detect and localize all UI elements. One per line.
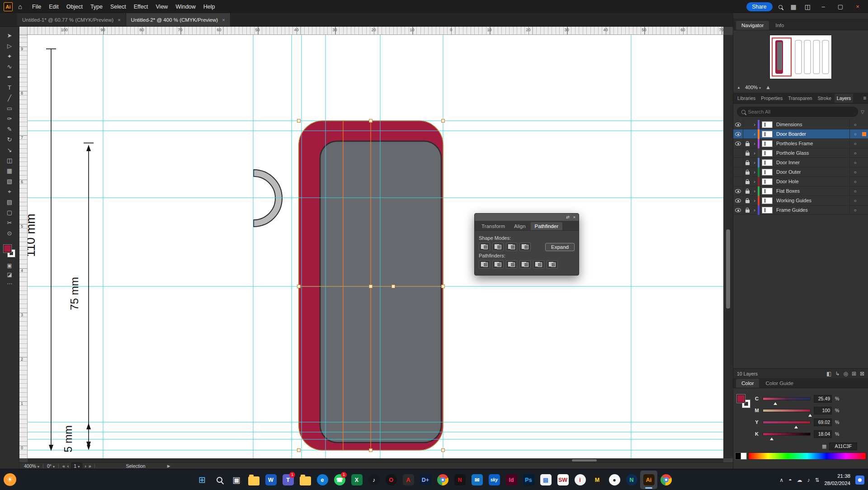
zoom-in-icon[interactable]: ▲ xyxy=(765,84,771,90)
dimension-lines[interactable] xyxy=(46,49,94,451)
menu-item[interactable]: View xyxy=(156,4,168,10)
channel-value[interactable]: 69.02 xyxy=(814,419,832,426)
close-panel-icon[interactable]: × xyxy=(573,215,576,219)
layer-name[interactable]: Door Hole xyxy=(776,179,849,184)
home-icon[interactable]: ⌂ xyxy=(16,3,24,10)
expand-layer-arrow[interactable]: › xyxy=(751,207,758,213)
illustrator-logo[interactable]: Ai xyxy=(4,2,13,11)
vertical-scrollbar[interactable] xyxy=(723,35,733,458)
horizontal-ruler[interactable]: 100908070605040302010010203040506070 xyxy=(28,27,723,35)
edge[interactable]: e xyxy=(314,471,331,489)
arrange-documents-icon[interactable]: ▦ xyxy=(788,3,799,10)
scrollbar-thumb[interactable] xyxy=(572,459,597,461)
layer-row[interactable]: › Flat Boxes ○ xyxy=(733,186,868,196)
new-layer-icon[interactable]: ⊞ xyxy=(852,371,856,377)
fill-swatch[interactable] xyxy=(4,245,11,252)
merge-button[interactable] xyxy=(506,260,517,269)
gradient-tool[interactable]: ▧ xyxy=(3,176,16,186)
mesh-tool[interactable]: ▦ xyxy=(3,166,16,176)
chrome[interactable] xyxy=(434,471,451,489)
search-icon[interactable] xyxy=(776,3,785,10)
channel-value[interactable]: 100 xyxy=(814,407,832,414)
start-button[interactable]: ⊞ xyxy=(193,471,211,489)
layer-name[interactable]: Door Boarder xyxy=(776,131,849,137)
chrome-secondary[interactable] xyxy=(657,471,675,489)
layer-thumbnail[interactable] xyxy=(762,197,773,204)
expand-layer-arrow[interactable]: › xyxy=(751,122,758,127)
layer-thumbnail[interactable] xyxy=(762,188,773,195)
channel-value[interactable]: 18.04 xyxy=(814,430,832,438)
search-input[interactable] xyxy=(748,109,854,114)
lock-toggle[interactable] xyxy=(743,129,751,138)
layer-thumbnail[interactable] xyxy=(762,178,773,185)
excel[interactable]: X xyxy=(348,471,365,489)
panel-menu-icon[interactable]: ≡ xyxy=(863,95,866,101)
menu-item[interactable]: Select xyxy=(110,4,126,10)
filter-icon[interactable]: ▽ xyxy=(861,109,864,114)
layer-row[interactable]: › Door Hole ○ xyxy=(733,177,868,186)
layer-thumbnail[interactable] xyxy=(762,207,773,214)
slider-thumb[interactable] xyxy=(808,412,812,417)
panel-title-bar[interactable]: ⇄ × xyxy=(475,214,579,221)
clock[interactable]: 21:38 28/02/2024 xyxy=(824,473,850,487)
exclude-button[interactable] xyxy=(519,243,531,251)
first-artboard-button[interactable]: « xyxy=(62,463,65,469)
layer-target-circle[interactable]: ○ xyxy=(849,205,860,214)
layer-row[interactable]: › Porthole Glass ○ xyxy=(733,148,868,158)
eyedropper-tool[interactable]: ⌖ xyxy=(3,186,16,197)
zoom-level-dropdown[interactable]: 400%▾ xyxy=(24,463,39,469)
rotation-dropdown[interactable]: 0°▾ xyxy=(47,463,55,469)
paintbrush-tool[interactable]: ✑ xyxy=(3,114,16,124)
netflix[interactable]: N xyxy=(451,471,468,489)
artboard-tool[interactable]: ▢ xyxy=(3,207,16,218)
door-window-shape[interactable] xyxy=(320,141,441,442)
expand-layer-arrow[interactable]: › xyxy=(751,160,758,165)
info-app[interactable]: i xyxy=(571,471,589,489)
share-button[interactable]: Share xyxy=(746,2,773,11)
prev-artboard-button[interactable]: ‹ xyxy=(67,463,69,469)
layer-thumbnail[interactable] xyxy=(762,140,773,147)
layer-thumbnail[interactable] xyxy=(762,131,773,138)
panel-tab[interactable]: Transform xyxy=(477,222,509,230)
panel-tab[interactable]: Align xyxy=(510,222,530,230)
layer-target-circle[interactable]: ○ xyxy=(849,139,860,148)
artboard-number-dropdown[interactable]: 1▾ xyxy=(71,463,82,469)
volume-icon[interactable]: ♪ xyxy=(807,477,810,483)
lock-toggle[interactable] xyxy=(743,205,751,214)
fill-stroke-indicator[interactable] xyxy=(3,244,16,258)
expand-button[interactable]: Expand xyxy=(545,243,575,251)
metro-app[interactable]: M xyxy=(589,471,606,489)
layer-name[interactable]: Dimensions xyxy=(776,122,849,127)
acrobat[interactable]: A xyxy=(400,471,417,489)
rotate-tool[interactable]: ↻ xyxy=(3,134,16,145)
color-spectrum-bar[interactable] xyxy=(748,452,866,460)
menu-item[interactable]: Type xyxy=(90,4,103,10)
panel-tab[interactable]: Stroke xyxy=(815,94,833,103)
channel-slider[interactable] xyxy=(763,409,811,412)
pencil-tool[interactable]: ✎ xyxy=(3,124,16,134)
layer-thumbnail[interactable] xyxy=(762,159,773,166)
status-tray-icon[interactable]: ◓ xyxy=(788,477,792,483)
shape-builder-tool[interactable]: ◫ xyxy=(3,155,16,166)
crop-button[interactable] xyxy=(519,260,531,269)
file-explorer[interactable] xyxy=(245,471,262,489)
ruler-origin[interactable] xyxy=(19,27,28,35)
expand-layer-arrow[interactable]: › xyxy=(751,131,758,137)
lock-toggle[interactable] xyxy=(743,186,751,195)
channel-slider[interactable] xyxy=(763,433,811,436)
fill-stroke-indicator[interactable] xyxy=(737,395,755,413)
layer-row[interactable]: › Door Boarder ○ xyxy=(733,129,868,139)
artboard[interactable]: 110 mm 75 mm 5 mm xyxy=(28,35,723,458)
indesign[interactable]: Id xyxy=(503,471,520,489)
layer-row[interactable]: › Dimensions ○ xyxy=(733,120,868,129)
layer-thumbnail[interactable] xyxy=(762,169,773,176)
horizontal-scrollbar[interactable] xyxy=(28,458,723,462)
porthole-shape[interactable] xyxy=(254,170,282,227)
sky[interactable]: sky xyxy=(486,471,503,489)
layer-name[interactable]: Door Inner xyxy=(776,160,849,165)
layer-thumbnail[interactable] xyxy=(762,150,773,157)
panel-tab[interactable]: Libraries xyxy=(735,94,758,103)
delete-layer-icon[interactable]: ⊠ xyxy=(860,371,864,377)
whatsapp[interactable]: ☎ 1 xyxy=(331,471,348,489)
visibility-toggle[interactable] xyxy=(733,177,743,186)
